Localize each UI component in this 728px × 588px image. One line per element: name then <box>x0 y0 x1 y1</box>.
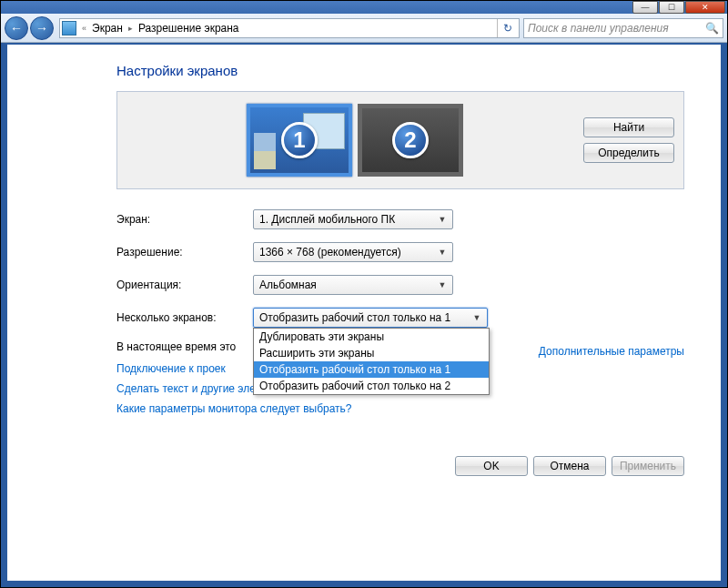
ok-button[interactable]: OK <box>455 456 528 476</box>
breadcrumb-item[interactable]: Разрешение экрана <box>136 22 241 35</box>
chevron-down-icon: ▼ <box>435 248 450 257</box>
dropdown-option[interactable]: Дублировать эти экраны <box>254 329 489 345</box>
settings-form: Экран: 1. Дисплей мобильного ПК ▼ Разреш… <box>116 209 684 415</box>
search-icon: 🔍 <box>705 22 719 35</box>
resolution-row: Разрешение: 1366 × 768 (рекомендуется) ▼ <box>116 242 684 262</box>
display-combobox[interactable]: 1. Дисплей мобильного ПК ▼ <box>253 209 453 229</box>
monitor-number-badge: 1 <box>281 122 318 158</box>
dropdown-option[interactable]: Отобразить рабочий стол только на 1 <box>254 361 489 378</box>
chevron-icon: « <box>78 24 90 33</box>
monitors-container: 1 2 <box>126 104 583 177</box>
resolution-label: Разрешение: <box>116 246 253 259</box>
orientation-row: Ориентация: Альбомная ▼ <box>116 275 684 295</box>
titlebar: — ☐ ✕ <box>1 1 727 14</box>
maximize-button[interactable]: ☐ <box>659 1 684 14</box>
navigation-bar: ← → « Экран ▸ Разрешение экрана ↻ Поиск … <box>1 14 727 43</box>
display-label: Экран: <box>116 213 253 226</box>
monitor-number-badge: 2 <box>392 122 429 158</box>
orientation-combobox[interactable]: Альбомная ▼ <box>253 275 453 295</box>
identify-button[interactable]: Определить <box>583 143 674 163</box>
control-panel-window: — ☐ ✕ ← → « Экран ▸ Разрешение экрана ↻ … <box>0 0 728 588</box>
resolution-combobox[interactable]: 1366 × 768 (рекомендуется) ▼ <box>253 242 453 262</box>
breadcrumb[interactable]: « Экран ▸ Разрешение экрана ↻ <box>59 18 520 38</box>
which-monitor-link[interactable]: Какие параметры монитора следует выбрать… <box>116 402 684 415</box>
chevron-down-icon: ▼ <box>470 313 484 322</box>
minimize-button[interactable]: — <box>632 1 658 14</box>
find-button[interactable]: Найти <box>583 117 674 137</box>
search-placeholder: Поиск в панели управления <box>528 22 669 35</box>
dropdown-option[interactable]: Расширить эти экраны <box>254 345 489 361</box>
multiple-displays-label: Несколько экранов: <box>116 311 253 324</box>
forward-button[interactable]: → <box>30 16 54 40</box>
cancel-button[interactable]: Отмена <box>533 456 606 476</box>
monitor-2[interactable]: 2 <box>358 104 463 177</box>
multiple-displays-combobox[interactable]: Отобразить рабочий стол только на 1 ▼ Ду… <box>253 308 488 328</box>
chevron-down-icon: ▼ <box>435 280 450 289</box>
dropdown-option[interactable]: Отобразить рабочий стол только на 2 <box>254 378 489 394</box>
monitor-1[interactable]: 1 <box>247 104 352 177</box>
back-button[interactable]: ← <box>5 16 28 40</box>
multiple-displays-row: Несколько экранов: Отобразить рабочий ст… <box>116 308 684 328</box>
combo-value: 1. Дисплей мобильного ПК <box>259 213 395 226</box>
content-area: Настройки экранов 1 2 Найти Определить Э… <box>7 45 721 581</box>
panel-buttons: Найти Определить <box>583 117 674 163</box>
combo-value: Альбомная <box>259 279 317 291</box>
combo-value: 1366 × 768 (рекомендуется) <box>259 246 401 259</box>
chevron-down-icon: ▼ <box>435 215 450 224</box>
page-title: Настройки экранов <box>116 63 684 78</box>
control-panel-icon <box>62 21 76 35</box>
breadcrumb-item[interactable]: Экран <box>90 22 125 35</box>
combo-value: Отобразить рабочий стол только на 1 <box>259 311 450 324</box>
close-button[interactable]: ✕ <box>685 1 725 14</box>
chevron-icon: ▸ <box>125 24 136 33</box>
search-input[interactable]: Поиск в панели управления 🔍 <box>523 18 723 38</box>
dialog-buttons: OK Отмена Применить <box>455 456 684 476</box>
advanced-settings-link[interactable]: Дополнительные параметры <box>539 345 684 358</box>
monitors-preview-panel: 1 2 Найти Определить <box>116 91 684 189</box>
refresh-button[interactable]: ↻ <box>497 19 517 37</box>
display-row: Экран: 1. Дисплей мобильного ПК ▼ <box>116 209 684 229</box>
multiple-displays-dropdown: Дублировать эти экраны Расширить эти экр… <box>253 328 490 395</box>
apply-button[interactable]: Применить <box>612 456 684 476</box>
orientation-label: Ориентация: <box>116 279 253 291</box>
